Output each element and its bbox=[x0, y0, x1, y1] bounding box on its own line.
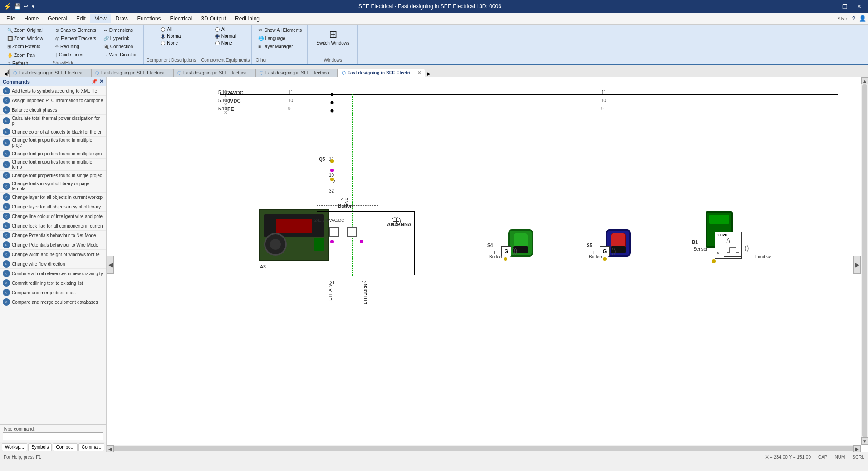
command-item-2[interactable]: ○ Balance circuit phases bbox=[0, 105, 106, 115]
wire-direction-button[interactable]: → Wire Direction bbox=[101, 51, 141, 59]
tab-scroll-left[interactable]: ◀ bbox=[2, 71, 9, 77]
tab-close-5[interactable]: ✕ bbox=[417, 70, 421, 75]
close-button[interactable]: ✕ bbox=[854, 2, 864, 11]
zoom-window-button[interactable]: 🔲 Zoom Window bbox=[5, 35, 46, 42]
command-item-9[interactable]: ○ Change fonts in symbol library or page… bbox=[0, 180, 106, 193]
zoom-pan-button[interactable]: ✋ Zoom Pan bbox=[5, 51, 38, 59]
refresh-button[interactable]: ↺ Refresh bbox=[5, 59, 38, 67]
dimensions-button[interactable]: ↔ Dimensions bbox=[101, 26, 141, 34]
command-item-12[interactable]: ○ Change line colour of inteligent wire … bbox=[0, 212, 106, 221]
wire-direction-icon: → bbox=[103, 52, 108, 57]
commands-close-icon[interactable]: ✕ bbox=[99, 79, 103, 84]
plc-dial bbox=[264, 233, 287, 256]
command-item-10[interactable]: ○ Change layer for all objects in curren… bbox=[0, 193, 106, 202]
menu-file[interactable]: File bbox=[2, 14, 20, 23]
doc-tab-2[interactable]: ⬡ Fast designing in SEE Electrical i 3D:… bbox=[91, 69, 173, 77]
scroll-left-arrow[interactable]: ◀ bbox=[107, 445, 114, 452]
scroll-thumb-x[interactable] bbox=[114, 446, 853, 451]
redlining-button[interactable]: ✏ Redlining bbox=[53, 43, 99, 50]
command-item-14[interactable]: ○ Change Potentials behaviour to Net Mod… bbox=[0, 231, 106, 240]
language-button[interactable]: 🌐 Language bbox=[255, 35, 304, 42]
element-trackers-button[interactable]: ◎ Element Trackers bbox=[53, 35, 99, 42]
command-item-3[interactable]: ○ Calculate total thermal power dissipat… bbox=[0, 115, 106, 127]
command-item-11[interactable]: ○ Change layer for all objects in symbol… bbox=[0, 202, 106, 212]
doc-tab-3[interactable]: ⬡ Fast designing in SEE Electrical i 3D:… bbox=[173, 69, 255, 77]
command-item-19[interactable]: ○ Commit redlining text to existing list bbox=[0, 278, 106, 288]
components-tab[interactable]: Compo... bbox=[53, 443, 78, 451]
other-col: 👁 Show All Elements 🌐 Language ≡ Layer M… bbox=[255, 26, 304, 50]
command-icon-0: ○ bbox=[3, 87, 10, 94]
show-all-elements-button[interactable]: 👁 Show All Elements bbox=[255, 26, 304, 34]
show-hide-group: ⊙ Snap to Elements ◎ Element Trackers ✏ … bbox=[50, 25, 144, 64]
comp-equip-all[interactable]: All bbox=[214, 26, 228, 32]
scroll-right-arrow[interactable]: ▶ bbox=[853, 445, 861, 452]
command-item-8[interactable]: ○ Change font properties found in single… bbox=[0, 171, 106, 180]
scroll-thumb-y[interactable] bbox=[862, 84, 867, 437]
label-sensor: Sensor bbox=[693, 247, 708, 252]
user-icon[interactable]: 👤 bbox=[859, 15, 866, 22]
command-item-16[interactable]: ○ Change width and height of windows fon… bbox=[0, 250, 106, 259]
tab-icon-1: ⬡ bbox=[13, 70, 17, 75]
command-item-15[interactable]: ○ Change Potentials behaviour to Wire Mo… bbox=[0, 240, 106, 250]
snap-elements-button[interactable]: ⊙ Snap to Elements bbox=[53, 26, 99, 34]
zoom-extents-button[interactable]: ⊞ Zoom Extents bbox=[5, 43, 46, 50]
doc-tab-1[interactable]: ⬡ Fast designing in SEE Electrical i 3D:… bbox=[9, 69, 91, 77]
tab-scroll-right[interactable]: ▶ bbox=[425, 71, 432, 77]
comp-desc-none-radio bbox=[161, 41, 165, 45]
command-item-7[interactable]: ○ Change font properties found in multip… bbox=[0, 159, 106, 171]
menu-view[interactable]: View bbox=[90, 14, 111, 23]
comp-desc-all[interactable]: All bbox=[159, 26, 173, 32]
terminal-q5-2 bbox=[330, 178, 334, 181]
commands-tab[interactable]: Comma... bbox=[78, 443, 104, 451]
connection-button[interactable]: 🔌 Connection bbox=[101, 43, 141, 50]
command-item-5[interactable]: ○ Change font properties found in multip… bbox=[0, 137, 106, 149]
menu-general[interactable]: General bbox=[43, 14, 72, 23]
menu-electrical[interactable]: Electrical bbox=[166, 14, 197, 23]
quick-access-save[interactable]: 💾 bbox=[14, 3, 21, 10]
menu-edit[interactable]: Edit bbox=[72, 14, 90, 23]
command-item-0[interactable]: ○ Add texts to symbols according to XML … bbox=[0, 86, 106, 96]
switch-windows-button[interactable]: ⊞ Switch Windows bbox=[311, 26, 354, 48]
scroll-down-arrow[interactable]: ▼ bbox=[861, 437, 868, 445]
command-item-20[interactable]: ○ Compare and merge directories bbox=[0, 288, 106, 297]
menu-3d-output[interactable]: 3D Output bbox=[196, 14, 230, 23]
comp-equip-normal[interactable]: Normal bbox=[214, 33, 237, 39]
scroll-up-arrow[interactable]: ▲ bbox=[861, 77, 868, 84]
command-item-13[interactable]: ○ Change lock flag for all components in… bbox=[0, 221, 106, 231]
command-item-18[interactable]: ○ Combine all coil references in new dra… bbox=[0, 269, 106, 278]
guide-lines-button[interactable]: ∥ Guide Lines bbox=[53, 51, 99, 59]
menu-functions[interactable]: Functions bbox=[133, 14, 166, 23]
symbols-tab[interactable]: Symbols bbox=[28, 443, 52, 451]
ribbon-content: 🔍 Zoom Original 🔲 Zoom Window ⊞ Zoom Ext… bbox=[0, 25, 868, 64]
hyperlink-button[interactable]: 🔗 Hyperlink bbox=[101, 35, 141, 42]
quick-access-dropdown[interactable]: ▼ bbox=[31, 4, 35, 9]
menu-draw[interactable]: Draw bbox=[111, 14, 133, 23]
workspace-tab[interactable]: Worksp... bbox=[2, 443, 27, 451]
canvas-area[interactable]: ◀ ▶ 24VDC 0VDC PE 5.10 5.10 5.10 ✕ ✕ ✕ ◇… bbox=[107, 77, 868, 452]
command-item-4[interactable]: ○ Change color of all objects to black f… bbox=[0, 127, 106, 137]
restore-button[interactable]: ❐ bbox=[839, 2, 850, 11]
comp-desc-none[interactable]: None bbox=[159, 40, 179, 46]
zoom-original-button[interactable]: 🔍 Zoom Original bbox=[5, 26, 46, 34]
label-s5: S5 bbox=[587, 243, 592, 248]
comp-equip-none[interactable]: None bbox=[214, 40, 234, 46]
menu-home[interactable]: Home bbox=[20, 14, 43, 23]
command-item-21[interactable]: ○ Compare and merge equipment databases bbox=[0, 297, 106, 307]
help-icon[interactable]: ? bbox=[852, 15, 855, 22]
command-item-17[interactable]: ○ Change wire flow direction bbox=[0, 259, 106, 269]
diamond-marker-1: ◇ bbox=[224, 89, 227, 94]
doc-tab-5[interactable]: ⬡ Fast designing in SEE Electrical i 3D:… bbox=[338, 69, 425, 77]
canvas-scrollbar-y[interactable]: ▲ ▼ bbox=[861, 77, 868, 445]
command-item-6[interactable]: ○ Change font properties found in multip… bbox=[0, 149, 106, 159]
layer-manager-button[interactable]: ≡ Layer Manager bbox=[255, 43, 304, 50]
command-item-1[interactable]: ○ Assign imported PLC information to com… bbox=[0, 96, 106, 105]
quick-access-undo[interactable]: ↩ bbox=[24, 3, 28, 10]
doc-tab-4[interactable]: ⬡ Fast designing in SEE Electrical i 3D:… bbox=[255, 69, 338, 77]
menu-redlining[interactable]: RedLining bbox=[230, 14, 264, 23]
comp-desc-normal[interactable]: Normal bbox=[159, 33, 183, 39]
minimize-button[interactable]: — bbox=[824, 2, 836, 11]
canvas-scrollbar-x[interactable]: ◀ ▶ bbox=[107, 445, 861, 452]
commands-pin-icon[interactable]: 📌 bbox=[91, 79, 98, 84]
command-input[interactable] bbox=[3, 432, 103, 440]
comp-equip-none-radio bbox=[215, 41, 220, 45]
